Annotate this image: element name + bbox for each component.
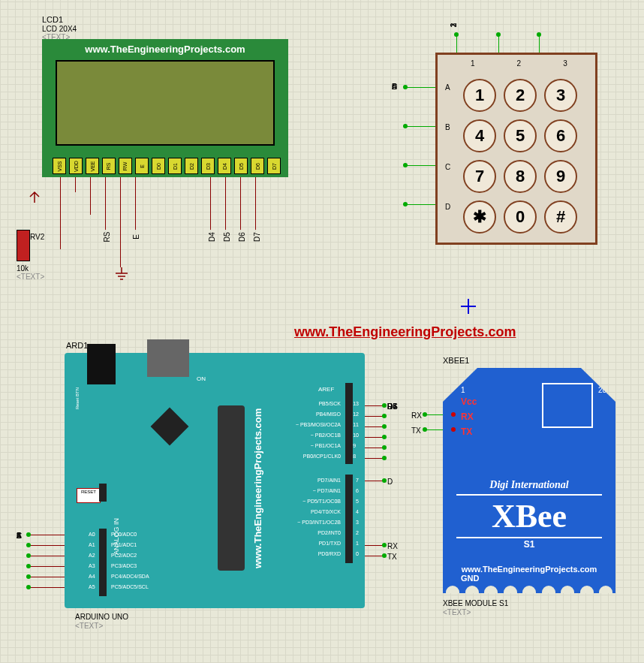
key-2[interactable]: 2: [504, 79, 537, 112]
lcd-pin: E: [135, 158, 149, 174]
key-9[interactable]: 9: [544, 160, 577, 193]
arduino-txt: <TEXT>: [75, 622, 103, 630]
lcd-pin: D4: [218, 158, 231, 174]
analog-header: [99, 529, 107, 596]
lcd-module: www.TheEngineeringProjects.com VSS VDD V…: [42, 39, 288, 177]
xbee-type: XBEE MODULE S1: [443, 599, 508, 607]
ard-ext-tx: TX: [387, 553, 397, 561]
arduino-url: www.TheEngineeringProjects.com: [252, 383, 362, 593]
lcd-pin: VEE: [86, 158, 99, 174]
keypad-grid: 1 2 3 4 5 6 7 8 9 ✱ 0 #: [460, 76, 580, 237]
xbee-module: 1 20 Vcc RX TX Digi International XBee S…: [443, 368, 615, 593]
ard-ext-rx: RX: [387, 542, 398, 550]
lcd-pin: RW: [119, 158, 132, 174]
lcd-pin: VDD: [69, 158, 83, 174]
potentiometer[interactable]: [17, 230, 30, 261]
reset-button[interactable]: RESET: [77, 488, 101, 503]
net-d5: D5: [223, 232, 231, 242]
main-url[interactable]: www.TheEngineeringProjects.com: [294, 324, 516, 340]
key-3[interactable]: 3: [544, 79, 577, 112]
arduino-ref: ARD1: [66, 341, 88, 350]
usb-port-icon: [147, 339, 189, 377]
chip-icon: [151, 408, 189, 446]
net-d6: D6: [238, 232, 246, 242]
lcd-screen: [56, 60, 275, 146]
arduino-board: ON Reset BTN RESET ANALOG IN AREF PB5/SC…: [65, 353, 365, 608]
key-4[interactable]: 4: [463, 119, 496, 152]
ard-ext-d: D: [387, 478, 393, 486]
reset-btn-label: Reset BTN: [75, 387, 80, 409]
xbee-url: www.TheEngineeringProjects.com: [443, 565, 615, 574]
lcd-pin: D7: [267, 158, 281, 174]
wire-bundle-lcd: [60, 177, 273, 215]
xbee-ref: XBEE1: [443, 356, 469, 365]
key-hash[interactable]: #: [544, 200, 577, 234]
net-rs: RS: [103, 232, 111, 243]
pot-txt: <TEXT>: [17, 273, 44, 281]
keypad-row-inner: ABCD: [445, 83, 450, 211]
lcd-pin: D6: [251, 158, 264, 174]
lcd-ref: LCD1: [42, 15, 63, 24]
barrel-jack-icon: [87, 344, 116, 384]
pot-val: 10k: [17, 264, 29, 273]
xbee-txt: <TEXT>: [443, 608, 471, 616]
keypad-col-inner: 123: [471, 59, 567, 68]
ground-icon: [114, 267, 129, 281]
analog-ext: A0A1A2A3A4A5: [86, 532, 98, 595]
key-star[interactable]: ✱: [463, 200, 496, 234]
arduino-name: ARDUINO UNO: [75, 613, 128, 621]
analog-names: PC0/ADC0PC1/ADC1PC2/ADC2PC3/ADC3PC4/ADC4…: [108, 532, 152, 595]
lcd-pin: D1: [168, 158, 182, 174]
xbee-antenna-icon: [542, 383, 593, 428]
lcd-pin-row: VSS VDD VEE RS RW E D0 D1 D2 D3 D4 D5 D6…: [53, 158, 281, 174]
lcd-pin: D2: [185, 158, 198, 174]
atmega-chip: [218, 405, 245, 571]
key-6[interactable]: 6: [544, 119, 577, 152]
key-7[interactable]: 7: [463, 160, 496, 193]
pot-ref: RV2: [30, 233, 44, 241]
xbee-ext-rx: RX: [411, 411, 422, 420]
net-e: E: [132, 234, 140, 240]
reset-header: [99, 484, 107, 502]
lcd-url: www.TheEngineeringProjects.com: [42, 44, 288, 55]
lcd-pin: D5: [234, 158, 248, 174]
xbee-ext-tx: TX: [411, 426, 421, 435]
keypad: 123 ABCD 1 2 3 4 5 6 7 8 9 ✱ 0 #: [435, 53, 597, 245]
power-arrow-icon: [27, 189, 42, 204]
lcd-pin: D0: [152, 158, 165, 174]
lcd-type: LCD 20X4: [42, 25, 77, 33]
lcd-pin: D3: [201, 158, 215, 174]
key-5[interactable]: 5: [504, 119, 537, 152]
key-8[interactable]: 8: [504, 160, 537, 193]
crosshair-icon: [461, 299, 476, 314]
key-0[interactable]: 0: [504, 200, 537, 234]
lcd-pin: VSS: [53, 158, 66, 174]
net-d4: D4: [208, 232, 216, 242]
net-d7: D7: [253, 232, 261, 242]
key-1[interactable]: 1: [463, 79, 496, 112]
lcd-pin: RS: [102, 158, 116, 174]
